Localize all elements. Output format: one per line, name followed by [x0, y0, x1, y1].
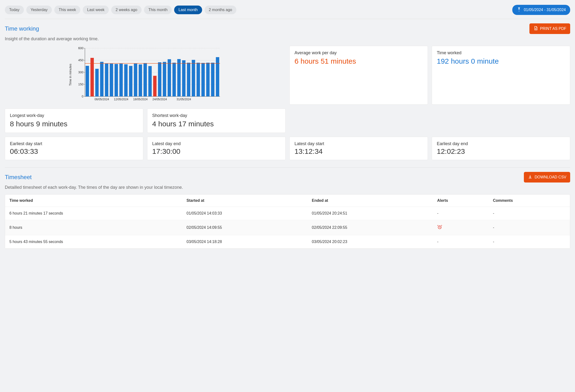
bar-chart: Time in minutes015030045060006/05/202412… [5, 46, 286, 105]
latest-start-card: Latest day start 13:12:34 [289, 137, 428, 160]
svg-text:0: 0 [82, 94, 83, 98]
table-cell: 03/05/2024 14:18:28 [182, 235, 308, 249]
filter-chip-last-week[interactable]: Last week [83, 5, 109, 14]
filter-chip-yesterday[interactable]: Yesterday [26, 5, 52, 14]
latest-start-value: 13:12:34 [294, 147, 423, 156]
pin-icon [517, 7, 522, 13]
table-cell: 03/05/2024 20:02:23 [308, 235, 433, 249]
table-header-row: Time workedStarted atEnded atAlertsComme… [5, 195, 570, 207]
column-header: Time worked [5, 195, 182, 207]
print-pdf-button[interactable]: PRINT AS PDF [529, 23, 570, 34]
filter-chip-last-month[interactable]: Last month [174, 5, 202, 14]
alerts-cell: - [433, 207, 488, 220]
table-row: 5 hours 43 minutes 55 seconds03/05/2024 … [5, 235, 570, 249]
svg-text:450: 450 [78, 58, 83, 62]
topbar: TodayYesterdayThis weekLast week2 weeks … [5, 5, 570, 15]
filter-chip-this-month[interactable]: This month [144, 5, 172, 14]
filter-chip-2-months-ago[interactable]: 2 months ago [205, 5, 237, 14]
table-cell: 6 hours 21 minutes 17 seconds [5, 207, 182, 220]
comments-cell: - [489, 220, 570, 235]
svg-rect-35 [168, 59, 171, 96]
svg-rect-31 [148, 66, 152, 96]
svg-text:18/05/2024: 18/05/2024 [133, 98, 148, 101]
svg-rect-34 [163, 62, 166, 96]
svg-rect-23 [110, 64, 113, 96]
svg-text:06/05/2024: 06/05/2024 [95, 98, 109, 101]
latest-end-value: 17:30:00 [152, 147, 281, 156]
timesheet-title: Timesheet [5, 174, 32, 181]
latest-start-label: Latest day start [294, 141, 423, 146]
svg-text:Time in minutes: Time in minutes [69, 64, 72, 86]
longest-day-value: 8 hours 9 minutes [10, 119, 138, 128]
alerts-cell: - [433, 235, 488, 249]
table-cell: 02/05/2024 22:09:55 [308, 220, 433, 235]
earliest-end-label: Earliest day end [437, 141, 565, 146]
filter-chip-today[interactable]: Today [5, 5, 24, 14]
time-working-subtitle: Insight of the duration and average work… [5, 36, 570, 42]
svg-rect-24 [115, 64, 118, 96]
filter-chip-2-weeks-ago[interactable]: 2 weeks ago [111, 5, 142, 14]
avg-work-value: 6 hours 51 minutes [294, 57, 423, 66]
timesheet-subtitle: Detailled timesheet of each work-day. Th… [5, 185, 570, 190]
svg-rect-33 [158, 62, 161, 96]
earliest-start-label: Earliest day start [10, 141, 138, 146]
svg-rect-22 [105, 64, 108, 96]
svg-text:150: 150 [78, 82, 83, 86]
longest-day-card: Longest work-day 8 hours 9 minutes [5, 109, 143, 133]
column-header: Alerts [433, 195, 488, 207]
page-title: Time working [5, 25, 39, 32]
table-cell: 5 hours 43 minutes 55 seconds [5, 235, 182, 249]
filter-chip-this-week[interactable]: This week [54, 5, 80, 14]
svg-rect-26 [124, 64, 128, 96]
shortest-day-card: Shortest work-day 4 hours 17 minutes [147, 109, 286, 133]
download-icon [528, 174, 532, 180]
table-cell: 8 hours [5, 220, 182, 235]
comments-cell: - [489, 235, 570, 249]
alarm-clock-icon [437, 226, 442, 231]
svg-rect-18 [86, 66, 89, 96]
comments-cell: - [489, 207, 570, 220]
total-work-card: Time worked 192 hours 0 minute [432, 46, 570, 105]
alerts-cell [433, 220, 488, 235]
svg-rect-40 [192, 60, 195, 96]
table-cell: 02/05/2024 14:09:55 [182, 220, 308, 235]
svg-text:300: 300 [78, 70, 83, 74]
svg-rect-38 [182, 60, 186, 96]
svg-rect-19 [91, 58, 94, 96]
table-row: 6 hours 21 minutes 17 seconds01/05/2024 … [5, 207, 570, 220]
svg-rect-42 [201, 63, 205, 96]
svg-rect-28 [134, 63, 137, 96]
column-header: Started at [182, 195, 308, 207]
shortest-day-value: 4 hours 17 minutes [152, 119, 281, 128]
svg-rect-39 [187, 63, 190, 96]
svg-text:600: 600 [78, 46, 83, 50]
download-csv-button[interactable]: DOWNLOAD CSV [524, 172, 570, 183]
column-header: Comments [489, 195, 570, 207]
svg-rect-20 [95, 69, 99, 96]
timesheet-header: Timesheet DOWNLOAD CSV [5, 172, 570, 183]
document-icon [533, 26, 538, 32]
divider [5, 19, 570, 19]
timesheet-table: Time workedStarted atEnded atAlertsComme… [5, 195, 570, 249]
print-pdf-label: PRINT AS PDF [540, 26, 566, 31]
table-row: 8 hours02/05/2024 14:09:5502/05/2024 22:… [5, 220, 570, 235]
shortest-day-label: Shortest work-day [152, 113, 281, 118]
download-csv-label: DOWNLOAD CSV [534, 175, 566, 179]
svg-text:24/05/2024: 24/05/2024 [152, 98, 167, 101]
svg-rect-27 [129, 66, 132, 96]
table-body: 6 hours 21 minutes 17 seconds01/05/2024 … [5, 207, 570, 249]
svg-rect-32 [153, 76, 157, 96]
svg-rect-41 [196, 63, 200, 96]
date-range-label: 01/05/2024 - 31/05/2024 [524, 8, 566, 12]
date-range-button[interactable]: 01/05/2024 - 31/05/2024 [512, 5, 570, 15]
earliest-start-value: 06:03:33 [10, 147, 138, 156]
svg-rect-25 [120, 64, 123, 96]
svg-rect-30 [144, 63, 147, 96]
svg-rect-45 [216, 57, 219, 96]
svg-text:31/05/2024: 31/05/2024 [177, 98, 191, 101]
svg-rect-43 [206, 63, 210, 96]
avg-work-label: Average work per day [294, 50, 423, 55]
earliest-end-card: Earliest day end 12:02:23 [432, 137, 570, 160]
earliest-start-card: Earliest day start 06:03:33 [5, 137, 143, 160]
svg-rect-44 [211, 63, 215, 96]
